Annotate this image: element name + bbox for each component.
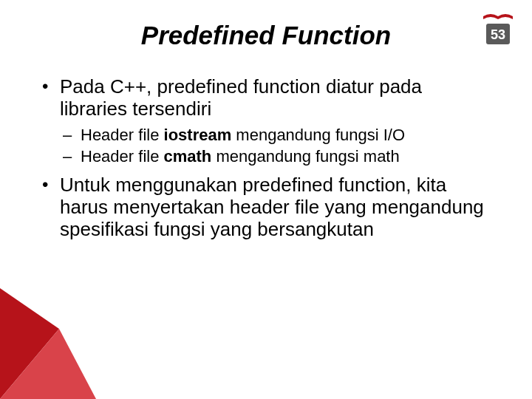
corner-decoration-icon [0,288,133,399]
logo-text: 53 [491,27,505,42]
sub-bullet-2: Header file cmath mengandung fungsi math [60,146,491,167]
sub-bullet-1: Header file iostream mengandung fungsi I… [60,125,491,146]
bullet-2-text: Untuk menggunakan predefined function, k… [60,174,484,240]
book-logo-icon: 53 [480,10,516,47]
sub2-c: mengandung fungsi math [211,147,399,166]
sub1-bold: iostream [164,126,232,144]
sub2-bold: cmath [164,147,212,166]
main-bullets: Pada C++, predefined function diatur pad… [41,76,491,240]
sub1-a: Header file [81,126,164,144]
bullet-1-text: Pada C++, predefined function diatur pad… [60,75,422,120]
sub1-c: mengandung fungsi I/O [231,126,405,144]
slide-title: Predefined Function [41,21,491,50]
bullet-1: Pada C++, predefined function diatur pad… [41,76,491,167]
sub2-a: Header file [81,147,164,166]
sub-bullets: Header file iostream mengandung fungsi I… [60,125,491,167]
bullet-2: Untuk menggunakan predefined function, k… [41,174,491,241]
